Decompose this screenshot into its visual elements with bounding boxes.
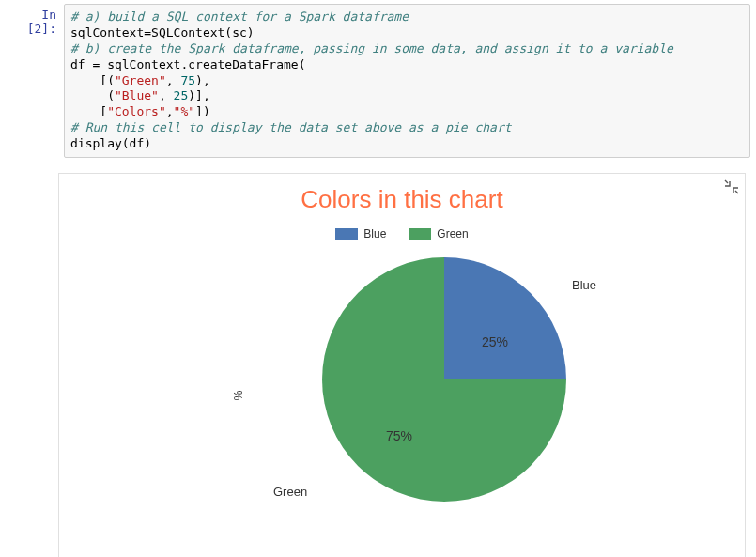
code-line: ["Colors","%"])	[70, 104, 210, 118]
swatch-icon	[409, 228, 431, 240]
code-input[interactable]: # a) build a SQL context for a Spark dat…	[64, 4, 750, 158]
code-comment: # a) build a SQL context for a Spark dat…	[70, 9, 409, 23]
slice-pct-green: 75%	[386, 428, 412, 443]
legend-label: Blue	[363, 227, 386, 240]
code-comment: # Run this cell to display the data set …	[70, 120, 512, 134]
code-line: df = sqlContext.createDataFrame(	[70, 57, 305, 71]
slice-label-green: Green	[273, 485, 307, 499]
legend-item-green[interactable]: Green	[409, 227, 468, 240]
code-line: display(df)	[70, 136, 151, 150]
slice-label-blue: Blue	[572, 278, 596, 292]
cell-output: Colors in this chart Blue Green % Blue G…	[58, 169, 756, 557]
code-line: ("Blue", 25)],	[70, 88, 210, 102]
cell-prompt: In [2]:	[6, 4, 64, 158]
pie-area: % Blue Green 25% 75%	[59, 240, 745, 550]
chart-title: Colors in this chart	[59, 174, 745, 214]
swatch-icon	[335, 228, 358, 240]
code-cell: In [2]: # a) build a SQL context for a S…	[0, 0, 756, 162]
legend-item-blue[interactable]: Blue	[335, 227, 386, 240]
chart-legend: Blue Green	[59, 227, 745, 240]
slice-pct-blue: 25%	[482, 334, 508, 349]
code-line: [("Green", 75),	[70, 73, 210, 87]
pie-chart[interactable]	[322, 257, 566, 502]
collapse-icon[interactable]	[724, 179, 739, 194]
legend-label: Green	[437, 227, 468, 240]
y-axis-label: %	[232, 391, 245, 401]
code-line: sqlContext=SQLContext(sc)	[70, 25, 255, 39]
code-comment: # b) create the Spark dataframe, passing…	[70, 41, 673, 55]
chart-card: Colors in this chart Blue Green % Blue G…	[58, 173, 746, 557]
